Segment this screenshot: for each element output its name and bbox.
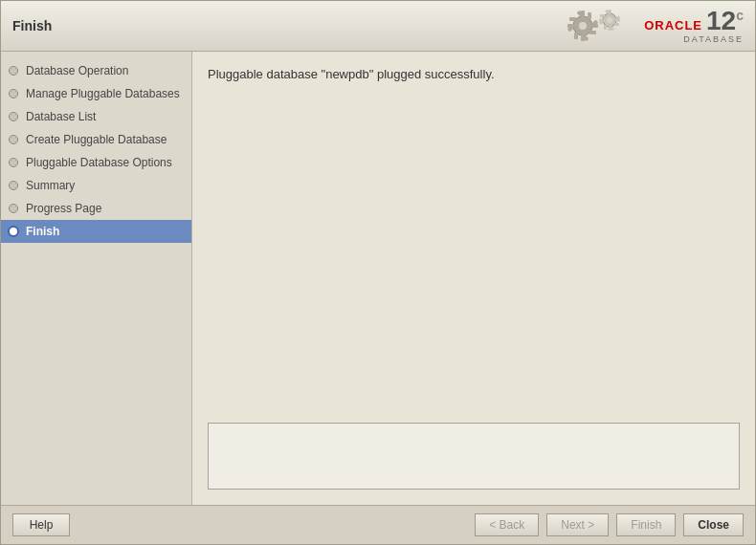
sidebar-label-database-operation: Database Operation xyxy=(26,64,128,77)
sidebar: Database OperationManage Pluggable Datab… xyxy=(1,52,192,505)
sidebar-item-manage-pluggable-databases[interactable]: Manage Pluggable Databases xyxy=(1,82,191,105)
sidebar-item-progress-page[interactable]: Progress Page xyxy=(1,197,191,220)
svg-point-1 xyxy=(579,22,587,30)
title-bar: Finish xyxy=(1,1,755,52)
footer-left: Help xyxy=(12,513,70,536)
sidebar-item-create-pluggable-database[interactable]: Create Pluggable Database xyxy=(1,128,191,151)
log-area xyxy=(208,97,740,423)
svg-rect-25 xyxy=(600,14,605,17)
sidebar-label-database-list: Database List xyxy=(26,110,96,123)
sidebar-label-create-pluggable-database: Create Pluggable Database xyxy=(26,133,167,146)
oracle-brand: ORACLE xyxy=(644,18,702,33)
step-indicator-manage-pluggable-databases xyxy=(7,87,20,100)
help-button[interactable]: Help xyxy=(12,513,70,536)
sidebar-item-database-list[interactable]: Database List xyxy=(1,105,191,128)
oracle-version: 12c xyxy=(706,8,744,34)
success-message: Pluggable database "newpdb" plugged succ… xyxy=(208,67,740,81)
sidebar-label-manage-pluggable-databases: Manage Pluggable Databases xyxy=(26,87,180,100)
sidebar-label-pluggable-database-options: Pluggable Database Options xyxy=(26,156,172,169)
footer-right: < Back Next > Finish Close xyxy=(475,513,744,536)
step-indicator-summary xyxy=(7,179,20,192)
svg-rect-13 xyxy=(588,12,591,19)
right-panel: Pluggable database "newpdb" plugged succ… xyxy=(192,52,755,505)
svg-rect-9 xyxy=(574,33,578,39)
svg-rect-11 xyxy=(569,17,576,21)
main-content: Database OperationManage Pluggable Datab… xyxy=(1,52,755,505)
svg-point-15 xyxy=(607,17,612,23)
step-indicator-create-pluggable-database xyxy=(7,133,20,146)
oracle-logo: ORACLE 12c DATABASE xyxy=(554,7,744,45)
sidebar-label-summary: Summary xyxy=(26,179,75,192)
back-button[interactable]: < Back xyxy=(475,513,539,536)
svg-rect-7 xyxy=(589,31,596,34)
svg-rect-23 xyxy=(604,25,607,30)
step-indicator-progress-page xyxy=(7,202,20,215)
close-button[interactable]: Close xyxy=(683,513,744,536)
sidebar-label-progress-page: Progress Page xyxy=(26,202,101,215)
sidebar-item-database-operation[interactable]: Database Operation xyxy=(1,59,191,82)
step-indicator-finish xyxy=(7,225,20,238)
window-title: Finish xyxy=(12,18,52,33)
sidebar-item-pluggable-database-options[interactable]: Pluggable Database Options xyxy=(1,151,191,174)
step-indicator-database-operation xyxy=(7,64,20,77)
svg-rect-21 xyxy=(614,23,619,26)
main-window: Finish xyxy=(0,0,756,545)
finish-button[interactable]: Finish xyxy=(616,513,676,536)
step-indicator-pluggable-database-options xyxy=(7,156,20,169)
gears-icon xyxy=(554,7,640,45)
oracle-product: DATABASE xyxy=(683,34,744,44)
sidebar-item-summary[interactable]: Summary xyxy=(1,174,191,197)
sidebar-label-finish: Finish xyxy=(26,225,59,238)
oracle-text: ORACLE 12c DATABASE xyxy=(644,8,744,44)
step-indicator-database-list xyxy=(7,110,20,123)
log-text-box xyxy=(208,423,740,490)
next-button[interactable]: Next > xyxy=(546,513,609,536)
footer: Help < Back Next > Finish Close xyxy=(1,505,755,544)
sidebar-item-finish[interactable]: Finish xyxy=(1,220,191,243)
